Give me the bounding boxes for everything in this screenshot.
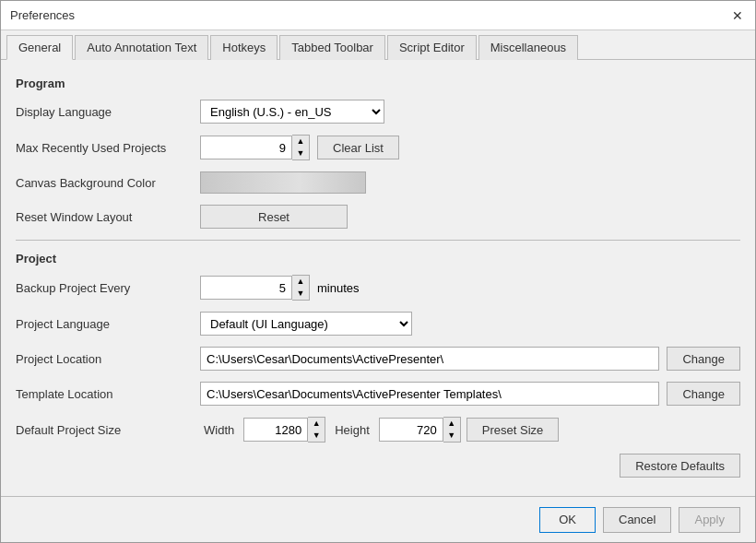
general-tab-content: Program Display Language English (U.S.) … [1,60,755,496]
default-project-size-label: Default Project Size [16,423,200,437]
size-sub-row: Width ▲ ▼ Height ▲ ▼ [200,417,559,443]
max-recently-spinner-btns: ▲ ▼ [292,135,310,160]
close-button[interactable]: ✕ [729,7,746,24]
backup-input[interactable] [200,276,292,300]
template-location-row: Template Location Change [16,382,740,406]
width-label: Width [204,423,234,437]
height-input[interactable] [379,418,443,442]
preferences-window: Preferences ✕ General Auto Annotation Te… [0,0,756,543]
backup-down[interactable]: ▼ [292,288,309,300]
height-label: Height [335,423,370,437]
backup-label: Backup Project Every [16,281,200,295]
template-location-label: Template Location [16,387,200,401]
restore-defaults-container: Restore Defaults [16,454,740,478]
reset-button[interactable]: Reset [200,205,348,229]
backup-spinner: ▲ ▼ [200,275,310,301]
window-title: Preferences [10,8,75,22]
max-recently-input[interactable] [200,136,292,159]
apply-button[interactable]: Apply [679,507,740,533]
max-recently-spinner: ▲ ▼ [200,135,310,160]
backup-up[interactable]: ▲ [292,276,309,288]
canvas-bg-row: Canvas Background Color [16,171,740,194]
project-location-row: Project Location Change [16,347,740,371]
preset-size-button[interactable]: Preset Size [467,418,559,442]
width-spinner-btns: ▲ ▼ [308,417,325,443]
height-spinner-btns: ▲ ▼ [443,417,461,443]
reset-window-label: Reset Window Layout [16,210,200,224]
default-project-size-control: Width ▲ ▼ Height ▲ ▼ [200,417,740,443]
max-recently-label: Max Recently Used Projects [16,141,200,155]
cancel-button[interactable]: Cancel [603,507,671,533]
backup-control: ▲ ▼ minutes [200,275,740,301]
max-recently-control: ▲ ▼ Clear List [200,135,740,160]
template-location-control: Change [200,382,740,406]
canvas-bg-control [200,171,740,194]
project-language-label: Project Language [16,317,200,331]
ok-button[interactable]: OK [539,507,596,533]
height-spinner: ▲ ▼ [379,417,461,443]
tab-script-editor[interactable]: Script Editor [387,35,477,60]
clear-list-button[interactable]: Clear List [317,136,399,159]
width-input[interactable] [243,418,308,442]
project-location-label: Project Location [16,352,200,366]
title-bar: Preferences ✕ [1,1,755,30]
project-location-input[interactable] [200,347,659,371]
height-down[interactable]: ▼ [443,430,460,442]
tab-auto-annotation[interactable]: Auto Annotation Text [75,35,208,60]
default-project-size-row: Default Project Size Width ▲ ▼ Height [16,417,740,443]
width-down[interactable]: ▼ [308,430,325,442]
canvas-bg-swatch[interactable] [200,171,366,194]
tab-miscellaneous[interactable]: Miscellaneous [478,35,578,60]
project-language-control: Default (UI Language) [200,312,740,336]
restore-defaults-button[interactable]: Restore Defaults [620,454,740,478]
section-divider [16,240,740,241]
tab-general[interactable]: General [6,35,73,60]
canvas-bg-label: Canvas Background Color [16,176,200,190]
reset-window-control: Reset [200,205,740,229]
max-recently-down[interactable]: ▼ [292,148,309,159]
program-section-header: Program [16,77,740,90]
backup-spinner-btns: ▲ ▼ [292,275,310,301]
backup-row: Backup Project Every ▲ ▼ minutes [16,275,740,301]
project-location-change-button[interactable]: Change [667,347,740,371]
tab-tabbed-toolbar[interactable]: Tabbed Toolbar [279,35,385,60]
template-location-change-button[interactable]: Change [667,382,740,406]
tab-hotkeys[interactable]: Hotkeys [210,35,278,60]
display-language-control: English (U.S.) - en_US [200,100,740,124]
display-language-select[interactable]: English (U.S.) - en_US [200,100,384,124]
display-language-row: Display Language English (U.S.) - en_US [16,100,740,124]
width-spinner: ▲ ▼ [243,417,325,443]
project-language-select[interactable]: Default (UI Language) [200,312,412,336]
project-section-header: Project [16,252,740,266]
max-recently-up[interactable]: ▲ [292,136,309,148]
width-up[interactable]: ▲ [308,418,325,430]
project-language-row: Project Language Default (UI Language) [16,312,740,336]
display-language-label: Display Language [16,105,200,119]
tab-bar: General Auto Annotation Text Hotkeys Tab… [1,30,755,60]
reset-window-row: Reset Window Layout Reset [16,205,740,229]
template-location-input[interactable] [200,382,659,406]
footer: OK Cancel Apply [1,496,755,542]
backup-unit: minutes [317,281,360,295]
footer-buttons: OK Cancel Apply [539,507,740,533]
project-location-control: Change [200,347,740,371]
max-recently-row: Max Recently Used Projects ▲ ▼ Clear Lis… [16,135,740,160]
height-up[interactable]: ▲ [443,418,460,430]
